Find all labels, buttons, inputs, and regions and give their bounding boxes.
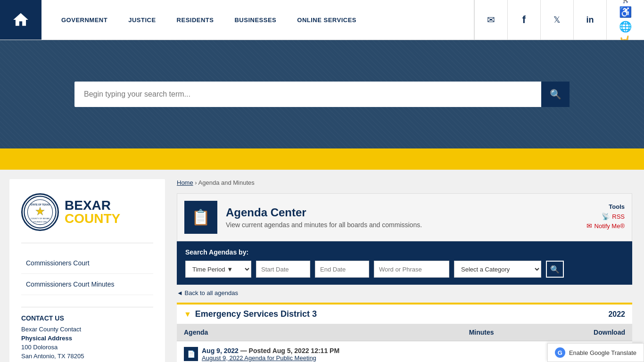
- rss-icon: 📡: [602, 213, 610, 220]
- nav-links: GOVERNMENT JUSTICE RESIDENTS BUSINESSES …: [41, 0, 474, 40]
- agenda-center-description: View current agendas and minutes for all…: [226, 221, 586, 229]
- address-line2: San Antonio, TX 78205: [21, 353, 153, 360]
- social-links: ✉ f 𝕏 in 🚶 ♿ 🌐 🤟: [474, 0, 644, 40]
- contact-name: Bexar County Contact: [21, 326, 153, 333]
- search-agendas-label: Search Agendas by:: [185, 248, 624, 256]
- category-select[interactable]: Select a Category: [454, 261, 541, 278]
- accessibility-options: 🚶 ♿ 🌐 🤟: [606, 0, 644, 40]
- main-content: Home › Agenda and Minutes 📋 Agenda Cente…: [165, 170, 644, 362]
- agenda-center-title: Agenda Center: [226, 206, 586, 219]
- brand-bexar: BEXAR: [65, 199, 120, 212]
- nav-businesses[interactable]: BUSINESSES: [224, 16, 287, 24]
- svg-text:STATE OF TEXAS: STATE OF TEXAS: [30, 204, 50, 206]
- rss-label: RSS: [612, 213, 625, 220]
- section-header: ▼ Emergency Services District 3 2022: [177, 303, 632, 324]
- svg-marker-3: [36, 207, 44, 215]
- section-collapse-icon[interactable]: ▼: [184, 310, 191, 319]
- svg-text:FOUNDED 1836: FOUNDED 1836: [33, 221, 47, 223]
- notify-icon: ✉: [586, 222, 592, 230]
- back-to-agendas-link[interactable]: Back to all agendas: [177, 289, 238, 296]
- accessibility-person-icon[interactable]: 🚶: [619, 0, 632, 5]
- agenda-center-icon: 📋: [184, 201, 217, 234]
- twitter-icon[interactable]: 𝕏: [540, 0, 573, 40]
- agenda-cell-1: 📄 Aug 9, 2022 — Posted Aug 5, 2022 12:11…: [177, 341, 462, 362]
- hero-section: 🔍: [0, 40, 644, 148]
- tools-label: Tools: [586, 203, 625, 210]
- g-letter: G: [558, 349, 562, 356]
- agenda-date-1: Aug 9, 2022 — Posted Aug 5, 2022 12:11 P…: [202, 347, 339, 354]
- top-navigation: GOVERNMENT JUSTICE RESIDENTS BUSINESSES …: [0, 0, 644, 40]
- accessibility-wheelchair-icon[interactable]: ♿: [619, 5, 632, 20]
- end-date-input[interactable]: [315, 261, 369, 278]
- col-minutes: Minutes: [462, 324, 528, 341]
- breadcrumb-current: Agenda and Minutes: [198, 179, 255, 186]
- start-date-input[interactable]: [256, 261, 310, 278]
- svg-text:COUNTY OF BEXAR: COUNTY OF BEXAR: [31, 217, 50, 220]
- notify-link[interactable]: ✉ Notify Me®: [586, 222, 625, 230]
- col-download: Download: [528, 324, 632, 341]
- col-agenda: Agenda: [177, 324, 462, 341]
- table-header: Agenda Minutes Download: [177, 324, 632, 341]
- main-area: STATE OF TEXAS COUNTY OF BEXAR FOUNDED 1…: [0, 170, 644, 362]
- notify-label: Notify Me®: [594, 222, 625, 230]
- facebook-icon[interactable]: f: [507, 0, 540, 40]
- nav-justice[interactable]: JUSTICE: [118, 16, 166, 24]
- sidebar-item-commissioners-court[interactable]: Commissioners Court: [21, 253, 153, 274]
- contact-section: CONTACT US Bexar County Contact Physical…: [21, 307, 153, 360]
- section-year: 2022: [608, 310, 625, 319]
- rss-link[interactable]: 📡 RSS: [586, 213, 625, 220]
- agenda-title-area: Agenda Center View current agendas and m…: [226, 206, 586, 229]
- linkedin-icon[interactable]: in: [573, 0, 606, 40]
- tools-section: Tools 📡 RSS ✉ Notify Me®: [586, 203, 625, 231]
- yellow-band: [0, 148, 644, 170]
- brand-name: BEXAR COUNTY: [65, 199, 120, 225]
- search-controls: Time Period ▼ Select a Category 🔍: [185, 261, 624, 278]
- breadcrumb-separator: ›: [195, 179, 198, 186]
- agenda-entry-1: 📄 Aug 9, 2022 — Posted Aug 5, 2022 12:11…: [184, 347, 455, 362]
- nav-online-services[interactable]: ONLINE SERVICES: [287, 16, 367, 24]
- sidebar-logo: STATE OF TEXAS COUNTY OF BEXAR FOUNDED 1…: [21, 193, 153, 243]
- minutes-cell-1: [462, 341, 528, 362]
- section-title: ▼ Emergency Services District 3: [184, 309, 317, 319]
- address-label: Physical Address: [21, 335, 153, 342]
- agenda-entry-text-1: Aug 9, 2022 — Posted Aug 5, 2022 12:11 P…: [202, 347, 339, 362]
- google-translate-bar[interactable]: G Enable Google Translate: [547, 343, 644, 362]
- agenda-header: 📋 Agenda Center View current agendas and…: [177, 193, 632, 241]
- address-line1: 100 Dolorosa: [21, 344, 153, 351]
- home-button[interactable]: [0, 0, 41, 40]
- sidebar: STATE OF TEXAS COUNTY OF BEXAR FOUNDED 1…: [9, 179, 165, 362]
- hero-search: 🔍: [74, 82, 570, 107]
- home-icon: [12, 11, 30, 29]
- search-input[interactable]: [74, 82, 570, 107]
- section-title-text: Emergency Services District 3: [195, 309, 317, 319]
- back-link-area: Back to all agendas: [177, 285, 632, 300]
- sidebar-item-commissioners-court-minutes[interactable]: Commissioners Court Minutes: [21, 274, 153, 295]
- sidebar-nav: Commissioners Court Commissioners Court …: [21, 253, 153, 295]
- agenda-row-icon-1: 📄: [184, 347, 198, 361]
- agenda-link-1[interactable]: August 9, 2022 Agenda for Public Meeting: [202, 354, 339, 362]
- agenda-date-bold-1: Aug 9, 2022: [202, 347, 239, 354]
- google-translate-label: Enable Google Translate: [569, 349, 636, 356]
- nav-residents[interactable]: RESIDENTS: [166, 16, 224, 24]
- time-period-select[interactable]: Time Period ▼: [185, 261, 251, 278]
- nav-government[interactable]: GOVERNMENT: [51, 16, 118, 24]
- breadcrumb: Home › Agenda and Minutes: [177, 179, 632, 186]
- word-phrase-input[interactable]: [374, 261, 449, 278]
- brand-county: COUNTY: [65, 212, 120, 225]
- search-agendas-bar: Search Agendas by: Time Period ▼ Select …: [177, 241, 632, 285]
- search-button[interactable]: 🔍: [541, 82, 570, 107]
- seal-svg: STATE OF TEXAS COUNTY OF BEXAR FOUNDED 1…: [24, 196, 57, 229]
- contact-label: CONTACT US: [21, 314, 153, 322]
- google-g-icon: G: [555, 347, 565, 358]
- agenda-posted-1: — Posted Aug 5, 2022 12:11 PM: [240, 347, 339, 354]
- email-icon[interactable]: ✉: [474, 0, 507, 40]
- search-submit-button[interactable]: 🔍: [546, 261, 564, 278]
- doc-icon: 📄: [187, 350, 195, 358]
- notepad-icon: 📋: [191, 208, 210, 226]
- accessibility-translate-icon[interactable]: 🌐: [619, 20, 632, 34]
- breadcrumb-home[interactable]: Home: [177, 179, 193, 186]
- county-seal: STATE OF TEXAS COUNTY OF BEXAR FOUNDED 1…: [21, 193, 59, 231]
